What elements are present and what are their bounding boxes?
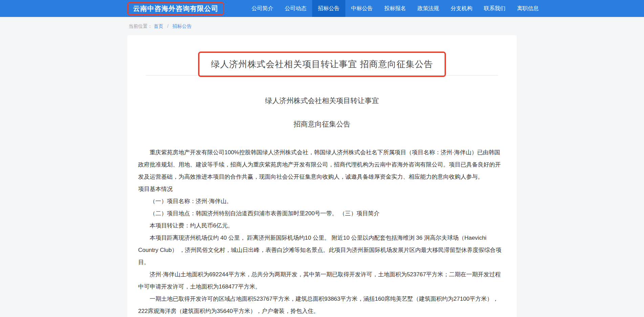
nav-item-resignation-info[interactable]: 离职信息 (511, 0, 544, 17)
annotation-box-title: 绿人济州株式会社相关项目转让事宜 招商意向征集公告 (198, 52, 446, 77)
nav-item-company-news[interactable]: 公司动态 (279, 0, 312, 17)
site-brand[interactable]: 云南中咨海外咨询有限公司 (133, 5, 218, 12)
section-heading-basic-info: 项目基本情况 (138, 183, 506, 195)
breadcrumb-prefix: 当前位置： (129, 23, 152, 29)
nav-item-company-profile[interactable]: 公司简介 (246, 0, 279, 17)
nav-menu: 公司简介公司动态招标公告中标公告投标报名政策法规分支机构联系我们离职信息 (246, 0, 544, 17)
nav-item-winning-announcements[interactable]: 中标公告 (345, 0, 379, 17)
top-nav-inner: 云南中咨海外咨询有限公司 公司简介公司动态招标公告中标公告投标报名政策法规分支机… (127, 0, 517, 17)
breadcrumb-current-link[interactable]: 招标公告 (173, 23, 192, 29)
article-body: 重庆紫苑房地产开发有限公司100%控股韩国绿人济州株式会社，韩国绿人济州株式会社… (138, 146, 506, 317)
nav-item-policies-regulations[interactable]: 政策法规 (412, 0, 445, 17)
article-title: 绿人济州株式会社相关项目转让事宜 招商意向征集公告 (211, 58, 433, 70)
item-land-area: 济州·海伴山土地面积为692244平方米，总共分为两期开发，其中第一期已取得开发… (138, 269, 506, 293)
breadcrumb: 当前位置： 首页 / 招标公告 (127, 17, 517, 34)
article-subtitle-line1: 绿人济州株式会社相关项目转让事宜 (138, 96, 506, 105)
article-card: 绿人济州株式会社相关项目转让事宜 招商意向征集公告 绿人济州株式会社相关项目转让… (127, 35, 517, 317)
article-subtitle-line2: 招商意向征集公告 (138, 119, 506, 129)
item-project-name: （一）项目名称：济州·海伴山。 (138, 195, 506, 207)
item-phase-one-detail: 一期土地已取得开发许可的区域占地面积523767平方米，建筑总面积93863平方… (138, 293, 506, 317)
item-distance-and-surroundings: 本项目距离现济州机场仅约 40 公里， 距离济州新国际机场约10 公里。 附近1… (138, 232, 506, 269)
nav-item-bid-registration[interactable]: 投标报名 (379, 0, 412, 17)
annotation-box-brand: 云南中咨海外咨询有限公司 (127, 2, 224, 15)
nav-item-contact-us[interactable]: 联系我们 (478, 0, 511, 17)
intro-paragraph: 重庆紫苑房地产开发有限公司100%控股韩国绿人济州株式会社，韩国绿人济州株式会社… (138, 146, 506, 183)
item-project-location: （二）项目地点：韩国济州特别自治道西归浦市表善面加时里200号一带。 （三）项目… (138, 207, 506, 220)
item-transfer-fee: 本项目转让费：约人民币6亿元。 (138, 220, 506, 232)
top-nav: 云南中咨海外咨询有限公司 公司简介公司动态招标公告中标公告投标报名政策法规分支机… (0, 0, 644, 17)
nav-item-branches[interactable]: 分支机构 (445, 0, 478, 17)
breadcrumb-separator: / (167, 23, 169, 29)
nav-item-bid-announcements[interactable]: 招标公告 (312, 0, 345, 17)
breadcrumb-home-link[interactable]: 首页 (154, 23, 163, 29)
